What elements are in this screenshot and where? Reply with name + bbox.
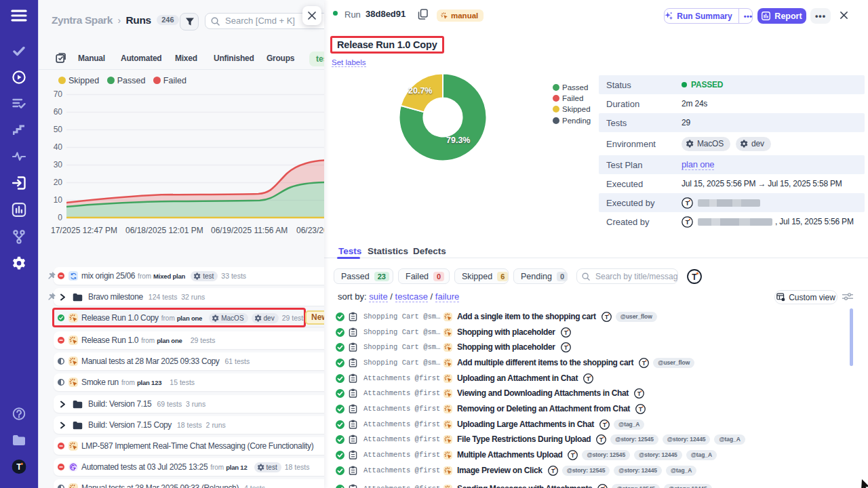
svg-text:T: T: [564, 344, 568, 350]
svg-text:T: T: [603, 422, 606, 428]
svg-text:T: T: [605, 314, 608, 320]
svg-text:T: T: [637, 390, 641, 396]
svg-text:T: T: [571, 452, 574, 458]
svg-text:T: T: [599, 436, 603, 443]
svg-text:T: T: [551, 468, 555, 474]
svg-text:T: T: [639, 406, 642, 412]
svg-text:T: T: [642, 360, 646, 366]
svg-text:T: T: [564, 329, 568, 336]
svg-text:T: T: [587, 375, 590, 382]
